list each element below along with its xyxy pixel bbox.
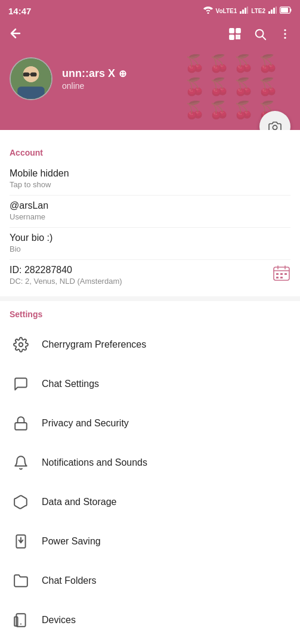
avatar-image bbox=[11, 58, 51, 99]
section-divider bbox=[0, 296, 300, 301]
svg-rect-17 bbox=[236, 35, 237, 36]
svg-rect-39 bbox=[280, 273, 283, 275]
profile-info: unn::ars X ⊕ online bbox=[10, 57, 290, 100]
signal2-icon bbox=[268, 7, 277, 16]
id-value: ID: 282287840 bbox=[10, 265, 122, 275]
settings-section-title: Settings bbox=[0, 309, 300, 325]
data-storage-label: Data and Storage bbox=[42, 497, 116, 507]
svg-rect-31 bbox=[30, 73, 36, 77]
signal1-icon bbox=[240, 7, 248, 16]
svg-point-23 bbox=[284, 29, 286, 30]
svg-point-43 bbox=[19, 343, 23, 347]
toolbar bbox=[0, 21, 300, 50]
folder-icon bbox=[10, 569, 32, 592]
username-label: Username bbox=[10, 212, 290, 221]
bell-icon bbox=[10, 451, 32, 474]
devices-icon bbox=[10, 609, 32, 631]
privacy-label: Privacy and Security bbox=[42, 418, 129, 429]
notifications-label: Notifications and Sounds bbox=[42, 457, 147, 468]
profile-text: unn::ars X ⊕ online bbox=[62, 67, 290, 91]
svg-rect-14 bbox=[231, 29, 233, 32]
gear-icon bbox=[10, 333, 32, 356]
svg-rect-28 bbox=[17, 86, 44, 100]
menu-item-notifications[interactable]: Notifications and Sounds bbox=[0, 443, 300, 482]
chat-settings-label: Chat Settings bbox=[42, 379, 99, 389]
svg-rect-1 bbox=[242, 10, 244, 14]
svg-rect-30 bbox=[23, 73, 29, 77]
cherrygram-label: Cherrygram Preferences bbox=[42, 339, 146, 350]
toolbar-left bbox=[8, 26, 23, 44]
menu-item-chat-settings[interactable]: Chat Settings bbox=[0, 364, 300, 404]
calendar-icon bbox=[273, 265, 290, 286]
menu-item-devices[interactable]: Devices bbox=[0, 600, 300, 640]
svg-rect-3 bbox=[247, 7, 248, 14]
svg-rect-41 bbox=[276, 277, 279, 278]
profile-name: unn::ars X ⊕ bbox=[62, 67, 290, 80]
bio-value: Your bio :) bbox=[10, 233, 290, 243]
toolbar-right bbox=[228, 27, 292, 44]
dc-label: DC: 2, Venus, NLD (Amsterdam) bbox=[10, 277, 122, 286]
asus-logo: ⊕ bbox=[119, 68, 126, 79]
svg-point-24 bbox=[284, 33, 286, 35]
back-button[interactable] bbox=[8, 26, 23, 44]
menu-item-power-saving[interactable]: Power Saving bbox=[0, 522, 300, 561]
svg-rect-4 bbox=[268, 11, 270, 14]
status-icons: VoLTE1 LTE2 bbox=[203, 7, 292, 16]
menu-item-chat-folders[interactable]: Chat Folders bbox=[0, 561, 300, 600]
bio-row[interactable]: Your bio :) Bio bbox=[10, 229, 290, 260]
svg-rect-44 bbox=[15, 423, 27, 430]
svg-rect-42 bbox=[280, 277, 283, 278]
power-icon bbox=[10, 530, 32, 553]
chart-icon bbox=[10, 491, 32, 513]
bio-label: Bio bbox=[10, 244, 290, 253]
avatar[interactable] bbox=[10, 57, 52, 100]
phone-label: Tap to show bbox=[10, 180, 290, 189]
phone-row[interactable]: Mobile hidden Tap to show bbox=[10, 165, 290, 196]
svg-rect-38 bbox=[276, 273, 279, 275]
svg-rect-18 bbox=[239, 35, 240, 36]
settings-section: Settings Cherrygram Preferences Chat Set… bbox=[0, 301, 300, 640]
svg-rect-19 bbox=[236, 38, 237, 39]
power-saving-label: Power Saving bbox=[42, 536, 101, 547]
svg-rect-20 bbox=[239, 38, 240, 39]
chat-folders-label: Chat Folders bbox=[42, 575, 97, 586]
svg-rect-2 bbox=[245, 8, 246, 14]
svg-rect-9 bbox=[290, 8, 291, 11]
devices-label: Devices bbox=[42, 615, 76, 626]
status-time: 14:47 bbox=[8, 6, 31, 16]
svg-rect-0 bbox=[240, 11, 242, 14]
menu-item-cherrygram[interactable]: Cherrygram Preferences bbox=[0, 325, 300, 364]
id-info: ID: 282287840 DC: 2, Venus, NLD (Amsterd… bbox=[10, 265, 122, 286]
wifi-icon bbox=[203, 7, 213, 16]
qr-icon[interactable] bbox=[228, 27, 242, 44]
svg-rect-40 bbox=[284, 273, 287, 275]
id-row[interactable]: ID: 282287840 DC: 2, Venus, NLD (Amsterd… bbox=[10, 261, 290, 292]
username-row[interactable]: @arsLan Username bbox=[10, 197, 290, 228]
lte2-icon: LTE2 bbox=[251, 8, 265, 14]
search-icon[interactable] bbox=[253, 27, 267, 44]
svg-rect-7 bbox=[276, 7, 277, 14]
account-section: Account Mobile hidden Tap to show @arsLa… bbox=[0, 130, 300, 296]
lock-icon bbox=[10, 412, 32, 435]
username-value: @arsLan bbox=[10, 200, 290, 211]
menu-item-privacy[interactable]: Privacy and Security bbox=[0, 404, 300, 443]
svg-point-33 bbox=[273, 125, 277, 129]
bottom-indicator-container bbox=[0, 640, 300, 644]
account-section-title: Account bbox=[10, 148, 290, 157]
svg-point-25 bbox=[284, 36, 286, 38]
svg-rect-15 bbox=[237, 29, 240, 32]
menu-item-data-storage[interactable]: Data and Storage bbox=[0, 482, 300, 522]
svg-rect-5 bbox=[271, 10, 273, 14]
profile-section: 🍒 🍒 🍒 🍒 🍒 🍒 🍒 🍒 🍒 🍒 🍒 🍒 bbox=[0, 50, 300, 130]
svg-rect-16 bbox=[231, 36, 233, 38]
more-icon[interactable] bbox=[279, 27, 292, 44]
svg-line-22 bbox=[262, 36, 265, 39]
svg-rect-10 bbox=[281, 8, 288, 13]
volte-icon: VoLTE1 bbox=[216, 8, 237, 14]
status-bar: 14:47 VoLTE1 LTE2 bbox=[0, 0, 300, 21]
phone-value: Mobile hidden bbox=[10, 168, 290, 179]
chat-icon bbox=[10, 373, 32, 395]
battery-icon bbox=[280, 7, 292, 16]
profile-status: online bbox=[62, 81, 290, 91]
svg-rect-6 bbox=[273, 8, 275, 14]
